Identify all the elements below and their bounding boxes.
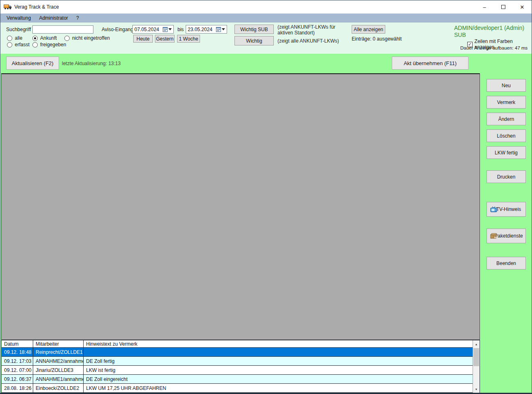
- radio-circle: [7, 42, 12, 48]
- date-from-picker[interactable]: 07.05.2024: [132, 25, 174, 34]
- radio-circle-selected: [32, 36, 38, 41]
- menu-help[interactable]: ?: [72, 14, 83, 23]
- arrow-down-icon[interactable]: ▼: [473, 386, 480, 392]
- table-header-row: Datum Mitarbeiter Hinweistext zu Vermerk: [2, 340, 473, 348]
- table-row-selected[interactable]: 09.12. 18:48 Reinprecht/ZOLLDE1: [2, 348, 473, 357]
- bis-label: bis: [177, 27, 184, 32]
- column-header-hinweistext[interactable]: Hinweistext zu Vermerk: [84, 340, 473, 347]
- alle-anzeigen-button[interactable]: Alle anzeigen: [352, 25, 385, 34]
- paketdienste-button[interactable]: Paketdienste: [487, 229, 526, 243]
- last-refresh-text: letzte Aktualisierung: 13:13: [62, 61, 120, 66]
- date-to-value: 23.05.2024: [188, 27, 216, 32]
- aktualisieren-button[interactable]: Aktualisieren (F2): [6, 57, 59, 70]
- maximize-button[interactable]: [494, 0, 513, 14]
- tv-icon: [490, 206, 497, 213]
- action-band: Aktualisieren (F2) letzte Aktualisierung…: [0, 53, 532, 73]
- eine-woche-button[interactable]: 1 Woche: [177, 35, 200, 43]
- close-button[interactable]: ✕: [513, 0, 532, 14]
- radio-ankunft[interactable]: Ankunft: [32, 35, 57, 41]
- window-title: Verag Track & Trace: [14, 4, 59, 10]
- radio-erfasst[interactable]: erfasst: [7, 42, 30, 48]
- menu-administrator[interactable]: Administrator: [35, 14, 72, 23]
- entries-status: Einträge: 0 ausgewählt: [352, 36, 402, 42]
- table-row[interactable]: 28.08. 18:26 Einboeck/ZOLLDE2 LKW UM 17,…: [2, 384, 473, 393]
- drucken-button[interactable]: Drucken: [487, 170, 526, 183]
- app-window: Verag Track & Trace – ✕ Verwaltung Admin…: [0, 0, 532, 394]
- tv-hinweis-button[interactable]: TV-Hinweis: [487, 202, 526, 217]
- aviso-eingang-label: Aviso-Eingang: [102, 27, 133, 32]
- menubar: Verwaltung Administrator ?: [0, 14, 532, 23]
- lkw-fertig-button[interactable]: LKW fertig: [487, 146, 526, 159]
- user-info-line2: SUB: [454, 32, 466, 38]
- date-from-value: 07.05.2024: [134, 27, 163, 32]
- main-grid-area[interactable]: [1, 73, 480, 340]
- user-info-line1: ADMIN/developer1 (Admin): [454, 25, 524, 31]
- table-row[interactable]: 09.12. 07:00 Jinariu/ZOLLDE3 LKW ist fer…: [2, 366, 473, 375]
- radio-alle[interactable]: alle: [7, 35, 23, 41]
- radio-circle: [7, 36, 12, 41]
- gestern-button[interactable]: Gestern: [155, 35, 175, 43]
- wichtig-button[interactable]: Wichtig: [234, 36, 274, 45]
- chevron-down-icon: [168, 28, 172, 30]
- window-controls: – ✕: [475, 0, 532, 14]
- radio-freigegeben[interactable]: freigegeben: [32, 42, 66, 48]
- minimize-button[interactable]: –: [475, 0, 494, 14]
- column-header-datum[interactable]: Datum: [2, 340, 33, 347]
- vermerk-table: Datum Mitarbeiter Hinweistext zu Vermerk…: [1, 340, 480, 393]
- table-row[interactable]: 09.12. 06:37 ANNAHME1/annahme1 DE Zoll e…: [2, 375, 473, 384]
- neu-button[interactable]: Neu: [487, 79, 526, 92]
- radio-nicht-eingetroffen[interactable]: nicht eingetroffen: [64, 35, 110, 41]
- column-header-mitarbeiter[interactable]: Mitarbeiter: [33, 340, 84, 347]
- calendar-icon: [216, 27, 221, 32]
- table-row[interactable]: 09.12. 17:03 ANNAHME2/annahme2 DE Zoll f…: [2, 357, 473, 366]
- filter-toolbar: Suchbegriff alle Ankunft nicht eingetrof…: [0, 23, 532, 53]
- loeschen-button[interactable]: Löschen: [487, 129, 526, 142]
- wichtig-sub-note: (zeigt ANKUNFT-LKWs für aktiven Standort…: [277, 24, 335, 36]
- date-to-picker[interactable]: 23.05.2024: [186, 25, 227, 34]
- vermerk-button[interactable]: Vermerk: [487, 96, 526, 109]
- table-scrollbar[interactable]: ▲ ▼: [473, 340, 480, 393]
- calendar-icon: [163, 27, 168, 32]
- titlebar: Verag Track & Trace – ✕: [0, 0, 532, 14]
- aendern-button[interactable]: Ändern: [487, 113, 526, 125]
- akt-uebernehmen-button[interactable]: Akt übernehmen (F11): [392, 57, 468, 70]
- wichtig-note: (zeigt alle ANKUNFT-LKWs): [277, 38, 339, 44]
- table-grid: Datum Mitarbeiter Hinweistext zu Vermerk…: [2, 340, 473, 393]
- search-label: Suchbegriff: [6, 27, 31, 32]
- radio-circle: [32, 42, 38, 48]
- beenden-button[interactable]: Beenden: [487, 257, 526, 269]
- radio-circle: [64, 36, 70, 41]
- search-input[interactable]: [32, 25, 93, 34]
- package-icon: [490, 233, 497, 239]
- truck-icon: [4, 4, 12, 10]
- wichtig-sub-button[interactable]: Wichtig SUB: [234, 25, 274, 34]
- heute-button[interactable]: Heute: [133, 35, 153, 43]
- chevron-down-icon: [222, 28, 225, 30]
- duration-text: Dauer Anzeige aufbauen: 47 ms: [460, 45, 527, 50]
- arrow-up-icon[interactable]: ▲: [473, 341, 480, 347]
- scrollbar-thumb[interactable]: [473, 348, 479, 366]
- menu-verwaltung[interactable]: Verwaltung: [2, 14, 35, 23]
- maximize-icon: [501, 5, 505, 9]
